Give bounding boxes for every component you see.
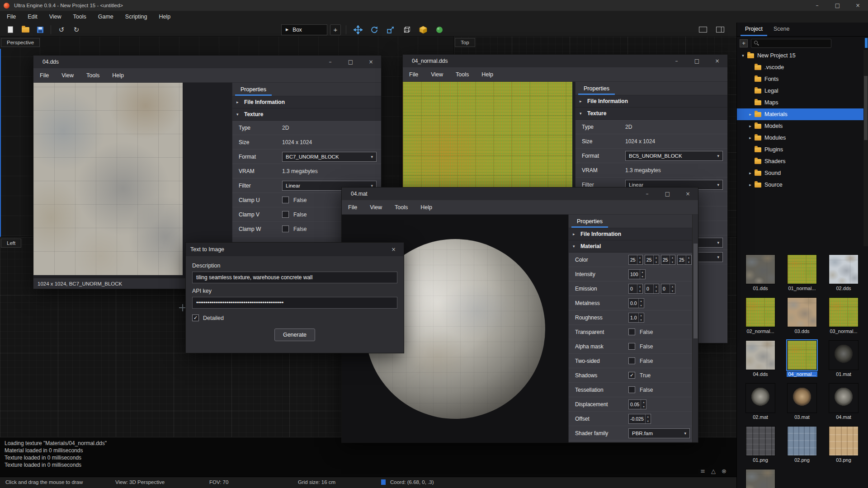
menu-tools[interactable]: Tools [388, 202, 414, 213]
close-button[interactable]: × [361, 56, 381, 68]
menu-view[interactable]: View [55, 70, 80, 81]
color-spinner[interactable]: 25▴▾ [628, 255, 643, 265]
console-warning-icon[interactable]: △ [711, 468, 716, 474]
spinner-up-icon[interactable]: ▴ [654, 255, 659, 260]
open-file-button[interactable] [19, 24, 32, 35]
menu-view[interactable]: View [43, 11, 67, 22]
spinner-up-icon[interactable]: ▴ [641, 400, 646, 404]
asset-01-mat[interactable]: 01.mat [823, 340, 864, 383]
tree-item-new-project-15[interactable]: ▾New Project 15 [737, 50, 868, 61]
spinner-down-icon[interactable]: ▾ [637, 289, 642, 293]
spinner-up-icon[interactable]: ▴ [654, 284, 659, 289]
paint-material-button[interactable] [433, 24, 446, 35]
spinner-down-icon[interactable]: ▾ [639, 318, 644, 322]
emission-spinner[interactable]: 0▴▾ [645, 284, 659, 294]
tree-item-legal[interactable]: Legal [737, 85, 868, 97]
two-sided-checkbox[interactable] [628, 357, 635, 364]
tab-project[interactable]: Project [741, 23, 767, 36]
asset-03-dds[interactable]: 03.dds [781, 297, 823, 340]
color-spinner[interactable]: 25▴▾ [661, 255, 675, 265]
tab-properties[interactable]: Properties [571, 216, 608, 228]
menu-help[interactable]: Help [153, 11, 176, 22]
asset-04-dds[interactable]: 04.dds [740, 340, 781, 383]
minimize-button[interactable]: – [807, 0, 827, 11]
maximize-button[interactable]: □ [340, 56, 361, 68]
asset-04-mat[interactable]: 04.mat [823, 383, 864, 426]
format-dropdown[interactable]: BC5_UNORM_BLOCK▾ [625, 151, 723, 161]
maximize-button[interactable]: □ [687, 55, 707, 67]
spinner-down-icon[interactable]: ▾ [640, 274, 645, 279]
spinner-down-icon[interactable]: ▾ [670, 289, 675, 293]
clamp-v-checkbox[interactable] [282, 211, 289, 218]
api-key-input[interactable] [192, 297, 397, 309]
wireframe-cube-button[interactable] [400, 24, 414, 35]
tab-properties[interactable]: Properties [235, 84, 272, 96]
close-button[interactable]: × [383, 243, 404, 256]
panel-scrollbar-thumb[interactable] [865, 38, 868, 48]
offset-spinner[interactable]: -0.025▴▾ [628, 414, 651, 424]
spinner-up-icon[interactable]: ▴ [639, 299, 644, 303]
single-viewport-layout-button[interactable] [696, 24, 710, 35]
transparent-checkbox[interactable] [628, 328, 635, 335]
split-viewport-layout-button[interactable] [713, 24, 727, 35]
shadows-checkbox[interactable]: ✓ [628, 372, 635, 379]
menu-tools[interactable]: Tools [67, 11, 92, 22]
menu-file[interactable]: File [33, 70, 55, 81]
tab-scene[interactable]: Scene [769, 23, 794, 36]
menu-game[interactable]: Game [92, 11, 119, 22]
emission-spinner[interactable]: 0▴▾ [661, 284, 675, 294]
asset-03-mat[interactable]: 03.mat [781, 383, 823, 426]
spinner-down-icon[interactable]: ▾ [646, 419, 651, 423]
add-object-button[interactable]: + [330, 24, 341, 35]
asset-02-dds[interactable]: 02.dds [823, 254, 864, 297]
menu-view[interactable]: View [363, 202, 388, 213]
redo-button[interactable]: ↻ [70, 24, 83, 35]
section-material[interactable]: ▾Material [569, 240, 698, 253]
tree-item-shaders[interactable]: Shaders [737, 155, 868, 167]
color-spinner[interactable]: 25▴▾ [677, 255, 692, 265]
spinner-up-icon[interactable]: ▴ [646, 414, 651, 419]
asset-02-png[interactable]: 02.png [781, 426, 823, 469]
search-input[interactable] [762, 41, 828, 46]
generate-button[interactable]: Generate [274, 328, 315, 341]
menu-file[interactable]: File [1, 11, 22, 22]
add-asset-button[interactable]: + [740, 39, 748, 47]
tree-item-vscode[interactable]: .vscode [737, 61, 868, 73]
close-button[interactable]: × [678, 188, 698, 200]
spinner-up-icon[interactable]: ▴ [670, 284, 675, 289]
expand-icon[interactable]: ▸ [747, 183, 754, 187]
menu-help[interactable]: Help [414, 202, 439, 213]
menu-help[interactable]: Help [106, 70, 130, 81]
shader-family-dropdown[interactable]: PBR.fam▾ [628, 428, 690, 438]
description-input[interactable] [192, 272, 397, 283]
roughness-spinner[interactable]: 1.0▴▾ [628, 313, 644, 323]
section-texture[interactable]: ▾Texture [232, 108, 381, 121]
color-spinner[interactable]: 25▴▾ [645, 255, 659, 265]
tab-properties[interactable]: Properties [578, 83, 615, 95]
spinner-down-icon[interactable]: ▾ [670, 260, 675, 264]
section-file-information[interactable]: ▸File Information [576, 95, 727, 108]
spinner-down-icon[interactable]: ▾ [637, 260, 642, 264]
asset-01-dds[interactable]: 01.dds [740, 254, 781, 297]
spinner-up-icon[interactable]: ▴ [686, 255, 691, 260]
section-texture[interactable]: ▾Texture [576, 108, 727, 120]
spinner-down-icon[interactable]: ▾ [654, 260, 659, 264]
asset-03-png[interactable]: 03.png [823, 426, 864, 469]
alpha-mask-checkbox[interactable] [628, 343, 635, 350]
menu-tools[interactable]: Tools [449, 69, 475, 80]
asset-03-normal[interactable]: 03_normal... [823, 297, 864, 340]
minimize-button[interactable]: – [320, 56, 340, 68]
asset-02-normal[interactable]: 02_normal... [740, 297, 781, 340]
undo-button[interactable]: ↺ [55, 24, 68, 35]
spinner-up-icon[interactable]: ▴ [637, 284, 642, 289]
tree-item-models[interactable]: ▸Models [737, 120, 868, 132]
spinner-down-icon[interactable]: ▾ [639, 303, 644, 308]
spinner-down-icon[interactable]: ▾ [641, 404, 646, 409]
minimize-button[interactable]: – [637, 188, 657, 200]
tree-item-plugins[interactable]: Plugins [737, 144, 868, 155]
asset-01-normal[interactable]: 01_normal... [781, 254, 823, 297]
intensity-spinner[interactable]: 100▴▾ [628, 269, 646, 279]
close-button[interactable]: × [848, 0, 868, 11]
emission-spinner[interactable]: 0▴▾ [628, 284, 643, 294]
format-dropdown[interactable]: BC7_UNORM_BLOCK▾ [282, 152, 377, 162]
